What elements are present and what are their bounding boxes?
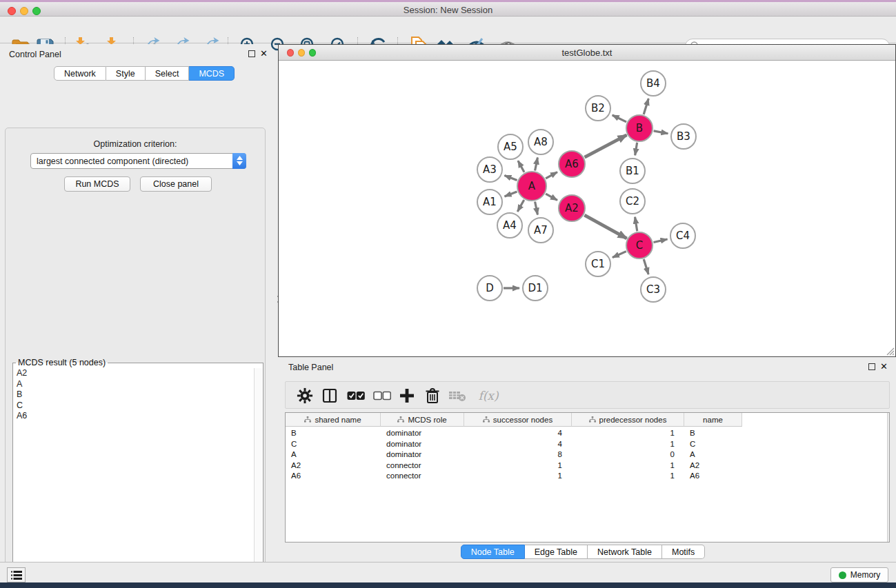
tab-mcds[interactable]: MCDS bbox=[189, 66, 235, 81]
table-cell[interactable]: 1 bbox=[572, 428, 684, 439]
column-header-predecessor-nodes[interactable]: predecessor nodes bbox=[572, 413, 684, 427]
graph-node-B1[interactable]: B1 bbox=[620, 159, 645, 183]
edge-B-B2[interactable] bbox=[613, 115, 626, 122]
edge-A-A6[interactable] bbox=[546, 172, 557, 179]
table-scrollbar[interactable] bbox=[887, 413, 889, 542]
graph-node-A3[interactable]: A3 bbox=[477, 157, 502, 182]
table-cell[interactable]: A6 bbox=[286, 471, 381, 482]
graph-node-A4[interactable]: A4 bbox=[497, 213, 522, 238]
edge-A-A4[interactable] bbox=[517, 200, 524, 212]
graph-node-A8[interactable]: A8 bbox=[528, 130, 553, 154]
graph-node-A2[interactable]: A2 bbox=[559, 195, 585, 221]
table-cell[interactable]: C bbox=[684, 439, 742, 450]
tab-node-table[interactable]: Node Table bbox=[461, 545, 525, 559]
task-history-button[interactable] bbox=[7, 567, 26, 582]
table-cell[interactable]: dominator bbox=[381, 439, 464, 450]
graph-node-B2[interactable]: B2 bbox=[586, 96, 610, 121]
graph-node-A1[interactable]: A1 bbox=[477, 190, 502, 214]
table-close-panel-icon[interactable]: ✕ bbox=[880, 363, 888, 370]
tab-motifs[interactable]: Motifs bbox=[662, 545, 705, 559]
graph-node-D1[interactable]: D1 bbox=[523, 276, 548, 301]
column-header-successor-nodes[interactable]: successor nodes bbox=[464, 413, 572, 427]
column-header-name[interactable]: name bbox=[684, 413, 742, 427]
edge-A-A7[interactable] bbox=[535, 202, 538, 215]
edge-A6-B[interactable] bbox=[585, 135, 627, 157]
tab-network[interactable]: Network bbox=[54, 66, 106, 81]
graph-node-B[interactable]: B bbox=[626, 115, 653, 141]
graph-node-C2[interactable]: C2 bbox=[620, 189, 645, 214]
table-cell[interactable]: A6 bbox=[684, 471, 742, 482]
graph-node-B4[interactable]: B4 bbox=[641, 71, 666, 96]
edge-C-C4[interactable] bbox=[653, 239, 667, 242]
table-cell[interactable]: A bbox=[684, 449, 742, 460]
table-cell[interactable]: 1 bbox=[572, 460, 684, 472]
float-panel-icon[interactable] bbox=[248, 50, 255, 57]
mcds-result-list[interactable]: A2ABCA6 bbox=[14, 368, 254, 588]
edge-A-A2[interactable] bbox=[546, 194, 557, 200]
graph-node-C4[interactable]: C4 bbox=[670, 223, 695, 248]
table-cell[interactable]: dominator bbox=[381, 449, 464, 460]
deselect-all-checkboxes-icon[interactable] bbox=[371, 385, 393, 406]
column-header-MCDS-role[interactable]: MCDS role bbox=[381, 413, 464, 427]
mcds-result-item[interactable]: A2 bbox=[14, 368, 254, 379]
edge-A-A8[interactable] bbox=[535, 158, 538, 171]
network-canvas[interactable]: AA1A2A3A4A5A6A7A8BB1B2B3B4CC1C2C3C4DD1 bbox=[279, 61, 895, 356]
graph-node-C[interactable]: C bbox=[626, 232, 653, 258]
column-header-shared-name[interactable]: shared name bbox=[286, 413, 381, 427]
table-cell[interactable]: connector bbox=[381, 471, 464, 482]
edge-A-A5[interactable] bbox=[518, 161, 524, 172]
mcds-result-item[interactable]: B bbox=[14, 389, 254, 401]
table-cell[interactable]: A2 bbox=[684, 460, 742, 472]
edge-C-C3[interactable] bbox=[644, 259, 648, 274]
table-cell[interactable]: 1 bbox=[572, 439, 684, 450]
edge-A-A1[interactable] bbox=[505, 192, 517, 196]
resize-grip-icon[interactable] bbox=[886, 347, 895, 356]
graph-node-A6[interactable]: A6 bbox=[559, 151, 585, 177]
memory-button[interactable]: Memory bbox=[830, 567, 888, 582]
columns-icon[interactable] bbox=[319, 385, 341, 406]
graph-node-B3[interactable]: B3 bbox=[671, 124, 696, 149]
tab-style[interactable]: Style bbox=[106, 66, 146, 81]
mcds-result-item[interactable]: A bbox=[14, 379, 254, 390]
table-cell[interactable]: 4 bbox=[464, 428, 572, 439]
mcds-result-item[interactable]: A6 bbox=[14, 411, 254, 422]
table-cell[interactable]: A2 bbox=[286, 460, 381, 472]
table-cell[interactable]: A bbox=[286, 449, 381, 460]
tab-edge-table[interactable]: Edge Table bbox=[525, 545, 588, 559]
close-panel-icon[interactable]: ✕ bbox=[260, 50, 268, 57]
table-float-panel-icon[interactable] bbox=[868, 363, 875, 370]
criterion-dropdown[interactable]: largest connected component (directed) bbox=[30, 153, 246, 169]
graph-node-A7[interactable]: A7 bbox=[528, 218, 553, 243]
table-cell[interactable]: B bbox=[286, 428, 381, 439]
edge-B-B4[interactable] bbox=[644, 99, 648, 114]
tab-network-table[interactable]: Network Table bbox=[588, 545, 662, 559]
mcds-result-item[interactable]: C bbox=[14, 401, 254, 412]
graph-node-C1[interactable]: C1 bbox=[586, 252, 610, 276]
edge-A2-C[interactable] bbox=[584, 215, 626, 239]
table-cell[interactable]: C bbox=[286, 439, 381, 450]
edge-C-C2[interactable] bbox=[635, 217, 637, 232]
table-cell[interactable]: 4 bbox=[464, 439, 572, 450]
run-mcds-button[interactable]: Run MCDS bbox=[64, 176, 130, 192]
edge-A-A3[interactable] bbox=[504, 175, 517, 180]
graph-node-C3[interactable]: C3 bbox=[641, 277, 666, 302]
edge-B-B1[interactable] bbox=[635, 143, 637, 156]
graph-node-A[interactable]: A bbox=[517, 172, 546, 201]
result-scrollbar[interactable] bbox=[254, 368, 262, 588]
settings-gear-icon[interactable] bbox=[294, 385, 316, 406]
select-all-checkboxes-icon[interactable] bbox=[345, 385, 367, 406]
edge-C-C1[interactable] bbox=[613, 252, 626, 258]
close-panel-button[interactable]: Close panel bbox=[140, 176, 212, 192]
table-cell[interactable]: 0 bbox=[572, 449, 684, 460]
table-cell[interactable]: 1 bbox=[464, 460, 572, 472]
table-cell[interactable]: 1 bbox=[464, 471, 572, 482]
graph-node-A5[interactable]: A5 bbox=[498, 134, 523, 159]
table-cell[interactable]: dominator bbox=[381, 428, 464, 439]
network-window-titlebar[interactable]: testGlobe.txt bbox=[279, 45, 895, 61]
tab-select[interactable]: Select bbox=[146, 66, 190, 81]
network-graph[interactable]: AA1A2A3A4A5A6A7A8BB1B2B3B4CC1C2C3C4DD1 bbox=[279, 61, 895, 356]
table-cell[interactable]: connector bbox=[381, 460, 464, 472]
graph-node-D[interactable]: D bbox=[477, 276, 502, 301]
table-cell[interactable]: B bbox=[684, 428, 742, 439]
delete-column-trash-icon[interactable] bbox=[421, 385, 444, 406]
